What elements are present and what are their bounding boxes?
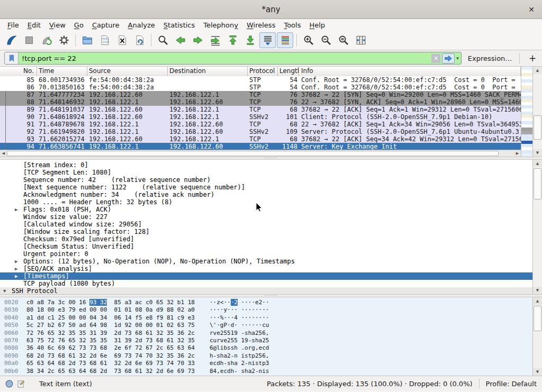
profile-text[interactable]: Profile: Default (486, 380, 537, 388)
menu-item-go[interactable]: Go (70, 20, 88, 30)
detail-row[interactable]: [Calculated window size: 29056] (0, 221, 532, 228)
vscroll-trough[interactable] (533, 74, 542, 149)
detail-row[interactable]: [TCP Segment Len: 1080] (0, 169, 532, 176)
packet-row-85[interactable]: 8568.001734936fe:54:00:d4:38:2aSTP54Conf… (0, 76, 521, 84)
detail-row[interactable]: Window size value: 227 (0, 213, 532, 221)
filter-bookmark-button[interactable] (5, 52, 19, 64)
display-filter-input[interactable] (19, 54, 431, 62)
detail-row[interactable]: [Window size scaling factor: 128] (0, 228, 532, 235)
close-file-button[interactable] (114, 32, 130, 48)
vscroll-up-arrow-icon[interactable]: ▲ (533, 67, 542, 74)
hex-row-0070[interactable]: 007063 75 72 76 65 32 35 35 31 39 2d 73 … (4, 337, 532, 344)
hex-row-0050[interactable]: 00505c 27 b2 67 50 ad 64 98 1d 92 00 00 … (4, 322, 532, 329)
find-packet-button[interactable] (155, 32, 171, 48)
menu-item-analyze[interactable]: Analyze (124, 20, 159, 30)
packet-row-93[interactable]: 9371.662015274192.168.122.60192.168.122.… (0, 135, 521, 143)
column-header-info[interactable]: Info (299, 67, 521, 76)
details-scroll-down-icon[interactable]: ▼ (533, 287, 542, 294)
hex-row-0040[interactable]: 0040a1 dd c1 25 00 00 04 34 06 14 f5 e8 … (4, 314, 532, 322)
hex-scroll-down-icon[interactable]: ▼ (533, 368, 542, 376)
menu-item-file[interactable]: File (3, 20, 23, 30)
packet-list-vscrollbar[interactable]: ▲ ▼ (532, 67, 542, 157)
expander-closed-icon[interactable]: ▶ (15, 206, 17, 213)
zoom-reset-button[interactable] (335, 32, 351, 48)
hex-row-0030[interactable]: 003080 18 00 e3 79 ed 00 00 01 01 08 0a … (4, 306, 532, 314)
menu-item-telephony[interactable]: Telephony (199, 20, 242, 30)
go-top-button[interactable] (224, 32, 241, 48)
stop-capture-button[interactable] (21, 32, 37, 48)
detail-row[interactable]: ▶Options: (12 bytes), No-Operation (NOP)… (0, 258, 532, 265)
vscroll-down-arrow-icon[interactable]: ▼ (533, 149, 542, 157)
start-capture-button[interactable] (3, 32, 20, 48)
expander-closed-icon[interactable]: ▶ (15, 272, 17, 280)
packet-row-88[interactable]: 8871.648146932192.168.122.1192.168.122.6… (0, 98, 521, 106)
colorize-button[interactable] (277, 32, 293, 48)
capture-comment-icon[interactable] (17, 380, 25, 388)
hscroll-trough[interactable] (7, 150, 514, 157)
hex-vscrollbar[interactable]: ▲ ▼ (532, 297, 542, 376)
packet-row-94[interactable]: 9471.663856741192.168.122.1192.168.122.6… (0, 143, 521, 150)
detail-row[interactable]: [Stream index: 0] (0, 161, 532, 169)
add-filter-button[interactable]: + (527, 53, 538, 63)
expander-open-icon[interactable]: ▼ (3, 287, 6, 294)
hex-row-0020[interactable]: 0020c0 a8 7a 3c 00 16 93 32 85 a3 ac c0 … (4, 299, 532, 306)
hex-row-00b0[interactable]: 00b038 34 2c 65 63 64 68 2d 73 68 61 32 … (4, 368, 532, 375)
detail-row[interactable]: 1000 .... = Header Length: 32 bytes (8) (0, 198, 532, 206)
detail-row[interactable]: TCP payload (1080 bytes) (0, 280, 532, 287)
hex-row-0080[interactable]: 008036 40 6c 69 62 73 73 68 2e 6f 72 67 … (4, 344, 532, 352)
detail-row[interactable]: Sequence number: 42 (relative sequence n… (0, 176, 532, 184)
go-forward-button[interactable] (189, 32, 206, 48)
expression-button[interactable]: Expression… (468, 54, 512, 62)
filter-dropdown-caret[interactable]: ▾ (456, 56, 461, 61)
menu-item-edit[interactable]: Edit (23, 20, 45, 30)
expander-closed-icon[interactable]: ▶ (15, 265, 17, 272)
go-bottom-button[interactable] (242, 32, 258, 48)
resize-columns-button[interactable] (353, 32, 369, 48)
capture-options-button[interactable] (56, 32, 72, 48)
detail-row[interactable]: ▶[SEQ/ACK analysis] (0, 265, 532, 272)
hex-row-0060[interactable]: 006072 76 65 32 35 35 31 39 2d 73 68 61 … (4, 330, 532, 337)
go-to-packet-button[interactable] (207, 32, 223, 48)
hscroll-thumb[interactable] (7, 151, 499, 156)
packet-row-89[interactable]: 8971.648191037192.168.122.60192.168.122.… (0, 106, 521, 113)
reload-file-button[interactable] (131, 32, 148, 48)
expert-info-icon[interactable] (5, 380, 13, 388)
packet-row-91[interactable]: 9171.648789678192.168.122.1192.168.122.6… (0, 121, 521, 128)
detail-row[interactable]: ▼SSH Protocol (0, 287, 532, 294)
autoscroll-button[interactable] (259, 32, 276, 48)
filter-clear-button[interactable]: ✕ (431, 54, 440, 63)
menu-item-statistics[interactable]: Statistics (159, 20, 199, 30)
hex-row-00a0[interactable]: 00a065 63 64 68 2d 73 68 61 32 2d 6e 69 … (4, 360, 532, 367)
details-vscrollbar[interactable]: ▲ ▼ (532, 160, 542, 294)
detail-row[interactable]: Urgent pointer: 0 (0, 250, 532, 258)
menu-item-help[interactable]: Help (305, 20, 329, 30)
detail-row[interactable]: [Next sequence number: 1122 (relative se… (0, 184, 532, 191)
hex-scroll-thumb[interactable] (534, 306, 541, 331)
intelligent-scrollbar-minimap[interactable] (521, 67, 532, 157)
packet-row-90[interactable]: 9071.648618924192.168.122.60192.168.122.… (0, 113, 521, 121)
menu-item-tools[interactable]: Tools (279, 20, 305, 30)
detail-row[interactable]: Checksum: 0x79ed [unverified] (0, 235, 532, 243)
packet-row-92[interactable]: 9271.661949820192.168.122.1192.168.122.6… (0, 128, 521, 135)
menu-item-wireless[interactable]: Wireless (242, 20, 279, 30)
detail-row[interactable]: ▶[Timestamps] (0, 272, 532, 280)
column-header-destination[interactable]: Destination (168, 67, 248, 76)
details-scroll-thumb[interactable] (534, 168, 541, 199)
go-back-button[interactable] (172, 32, 188, 48)
details-scroll-trough[interactable] (533, 167, 542, 287)
menu-item-capture[interactable]: Capture (88, 20, 124, 30)
zoom-in-button[interactable] (300, 32, 317, 48)
packet-row-86[interactable]: 8670.013850163fe:54:00:d4:38:2aSTP54Conf… (0, 84, 521, 91)
column-header-time[interactable]: Time (37, 67, 87, 76)
details-scroll-up-icon[interactable]: ▲ (533, 160, 542, 167)
column-header-protocol[interactable]: Protocol (248, 67, 278, 76)
detail-row[interactable]: Acknowledgment number: 34 (relative ack … (0, 191, 532, 198)
menu-item-view[interactable]: View (45, 20, 70, 30)
open-file-button[interactable] (79, 32, 95, 48)
column-header-no[interactable]: No. (0, 67, 37, 76)
column-header-length[interactable]: Length (278, 67, 299, 76)
restart-capture-button[interactable] (38, 32, 55, 48)
save-file-button[interactable]: 01011110 (96, 32, 113, 48)
detail-row[interactable]: [Checksum Status: Unverified] (0, 243, 532, 250)
close-window-button[interactable]: ✕ (527, 5, 536, 14)
